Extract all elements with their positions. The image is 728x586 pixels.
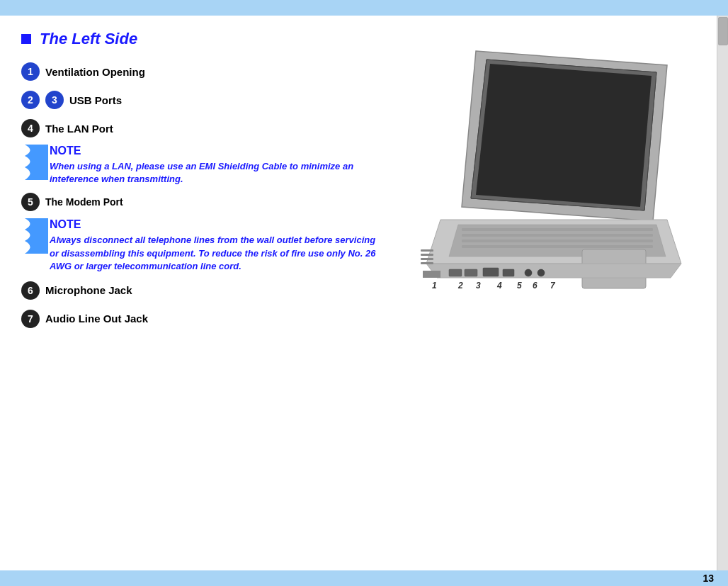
note-text-2: Always disconnect all telephone lines fr…	[50, 234, 384, 273]
scrollbar-thumb[interactable]	[718, 17, 728, 45]
item-label-6: Microphone Jack	[45, 284, 132, 296]
note-text-1: When using a LAN, please use an EMI Shie…	[50, 160, 384, 186]
item-row-6: 6 Microphone Jack	[21, 281, 384, 300]
svg-point-28	[525, 269, 532, 276]
svg-rect-7	[462, 234, 653, 237]
badge-4: 4	[21, 119, 40, 137]
badge-1: 1	[21, 62, 40, 81]
main-content: The Left Side 1 Ventilation Opening 2 3 …	[0, 16, 717, 570]
item-label-2: USB Ports	[69, 94, 122, 106]
note-section-1: NOTE When using a LAN, please use an EMI…	[21, 145, 384, 186]
svg-text:6: 6	[533, 281, 538, 291]
item-row-4: 4 The LAN Port	[21, 119, 384, 137]
badge-2: 2	[21, 91, 40, 109]
item-label-7: Audio Line Out Jack	[45, 312, 148, 325]
svg-text:5: 5	[517, 281, 522, 291]
note-title-2: NOTE	[50, 218, 384, 231]
svg-rect-22	[421, 258, 433, 260]
right-panel: 1 2 3 4 5 6 7	[398, 30, 695, 556]
laptop-image: 1 2 3 4 5 6 7	[405, 37, 688, 334]
svg-marker-12	[423, 271, 440, 278]
svg-rect-25	[465, 269, 477, 276]
title-square-icon	[21, 34, 31, 44]
item-label-4: The LAN Port	[45, 123, 113, 135]
svg-rect-8	[462, 240, 653, 242]
svg-text:3: 3	[476, 281, 481, 291]
svg-rect-21	[421, 254, 433, 256]
note-wave-icon-2	[21, 218, 50, 257]
svg-rect-23	[421, 262, 433, 264]
item-row-7: 7 Audio Line Out Jack	[21, 310, 384, 328]
item-row-2: 2 3 USB Ports	[21, 91, 384, 109]
title-row: The Left Side	[21, 30, 384, 48]
page-number: 13	[703, 573, 714, 584]
svg-point-29	[538, 269, 545, 276]
note-content-2: NOTE Always disconnect all telephone lin…	[50, 218, 384, 273]
svg-rect-26	[483, 268, 499, 276]
svg-text:2: 2	[457, 281, 463, 291]
svg-rect-27	[503, 269, 514, 276]
svg-text:7: 7	[550, 281, 556, 291]
item-row-1: 1 Ventilation Opening	[21, 62, 384, 81]
svg-marker-3	[476, 64, 652, 207]
note-content-1: NOTE When using a LAN, please use an EMI…	[50, 145, 384, 186]
badge-7: 7	[21, 310, 40, 328]
item-label-1: Ventilation Opening	[45, 66, 145, 78]
note-section-2: NOTE Always disconnect all telephone lin…	[21, 218, 384, 273]
bottom-bar: 13	[0, 570, 728, 586]
top-bar	[0, 0, 728, 16]
item-label-5: The Modem Port	[45, 196, 123, 208]
note-wave-icon-1	[21, 145, 50, 183]
badge-3: 3	[45, 91, 64, 109]
svg-rect-24	[449, 269, 462, 276]
badge-6: 6	[21, 281, 40, 300]
item-row-5: 5 The Modem Port	[21, 193, 384, 211]
page-title: The Left Side	[40, 30, 137, 48]
svg-text:4: 4	[496, 281, 502, 291]
svg-rect-9	[462, 245, 653, 248]
left-panel: The Left Side 1 Ventilation Opening 2 3 …	[21, 30, 398, 556]
badge-5: 5	[21, 193, 40, 211]
scrollbar[interactable]	[717, 16, 728, 570]
svg-rect-6	[462, 228, 653, 231]
note-title-1: NOTE	[50, 145, 384, 157]
svg-rect-20	[421, 249, 433, 252]
svg-text:1: 1	[432, 281, 437, 291]
